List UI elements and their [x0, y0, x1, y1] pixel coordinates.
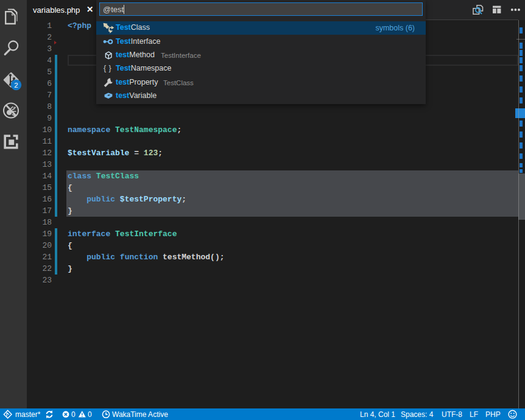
svg-text:2: 2: [14, 82, 18, 89]
